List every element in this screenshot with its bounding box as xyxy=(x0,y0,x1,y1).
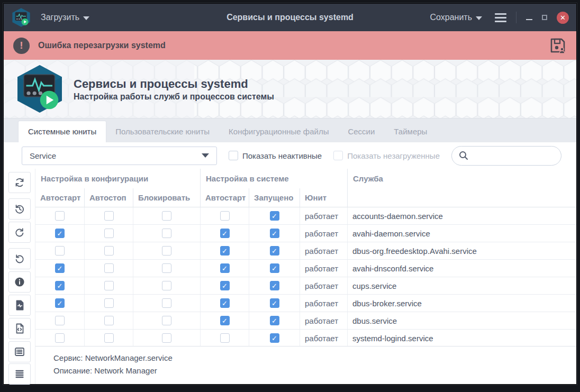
checkbox-autostart-config[interactable] xyxy=(55,298,65,308)
col-autostop[interactable]: Автостоп xyxy=(85,188,133,207)
table-row[interactable]: работает avahi-daemon.service xyxy=(35,225,576,242)
app-logo xyxy=(14,63,65,114)
unit-state: работает xyxy=(300,225,348,242)
unit-name: avahi-dnsconfd.service xyxy=(348,260,576,277)
search-input[interactable] xyxy=(472,151,556,160)
checkbox-autostop[interactable] xyxy=(104,211,114,221)
checkbox-autostop[interactable] xyxy=(104,316,114,325)
checkbox-block[interactable] xyxy=(162,229,171,238)
details-list-icon xyxy=(14,346,25,358)
table-group-header: Настройка в конфигурации Настройка в сис… xyxy=(35,169,576,188)
checkbox-icon xyxy=(333,151,343,160)
close-button[interactable]: ✕ xyxy=(557,12,569,24)
tab-timers[interactable]: Таймеры xyxy=(384,121,437,142)
checkbox-running[interactable] xyxy=(270,229,279,238)
menu-lines-icon xyxy=(14,368,25,380)
checkbox-autostop[interactable] xyxy=(104,246,114,256)
checkbox-autostart-system[interactable] xyxy=(220,211,230,221)
checkbox-block[interactable] xyxy=(162,263,171,273)
checkbox-running[interactable] xyxy=(270,298,279,308)
checkbox-autostart-system[interactable] xyxy=(220,246,230,256)
checkbox-autostart-config[interactable] xyxy=(55,263,65,273)
checkbox-autostart-config[interactable] xyxy=(55,246,65,256)
col-service-spacer xyxy=(348,188,576,207)
checkbox-running[interactable] xyxy=(270,281,279,290)
restore-button[interactable] xyxy=(542,15,547,20)
history-button[interactable] xyxy=(8,198,31,220)
table-row[interactable]: работает dbus.service xyxy=(35,312,576,330)
menu-button[interactable] xyxy=(495,13,506,22)
checkbox-autostart-config[interactable] xyxy=(55,229,65,238)
checkbox-autostart-config[interactable] xyxy=(55,211,65,221)
checkbox-running[interactable] xyxy=(270,333,279,343)
checkbox-autostart-system[interactable] xyxy=(220,333,230,343)
tab-config-files[interactable]: Конфигурационные файлы xyxy=(219,121,338,142)
checkbox-running[interactable] xyxy=(270,211,279,221)
checkbox-block[interactable] xyxy=(162,246,171,256)
search-icon xyxy=(458,150,469,161)
col-running[interactable]: Запущено xyxy=(249,188,300,207)
checkbox-autostop[interactable] xyxy=(104,281,114,290)
checkbox-autostart-config[interactable] xyxy=(55,333,65,343)
checkbox-autostop[interactable] xyxy=(104,298,114,308)
checkbox-block[interactable] xyxy=(162,333,171,343)
checkbox-autostart-system[interactable] xyxy=(220,316,230,325)
checkbox-autostart-system[interactable] xyxy=(220,263,230,273)
table-row[interactable]: работает dbus-broker.service xyxy=(35,295,576,312)
titlebar-separator xyxy=(516,12,516,23)
unit-type-dropdown[interactable]: Service xyxy=(22,147,217,165)
group-header-config: Настройка в конфигурации xyxy=(35,169,201,188)
checkbox-autostart-system[interactable] xyxy=(220,229,230,238)
history-icon xyxy=(14,203,25,215)
checkbox-running[interactable] xyxy=(270,246,279,256)
unit-type-value: Service xyxy=(30,151,56,160)
journal-button[interactable] xyxy=(8,295,31,316)
minimize-button[interactable] xyxy=(526,19,532,21)
undo-button[interactable] xyxy=(8,248,31,269)
checkbox-autostart-config[interactable] xyxy=(55,316,65,325)
checkbox-autostart-config[interactable] xyxy=(55,281,65,290)
tab-user-units[interactable]: Пользовательские юниты xyxy=(106,121,219,142)
config-file-button[interactable] xyxy=(8,318,31,339)
col-autostart-config[interactable]: Автостарт xyxy=(35,188,85,207)
info-button[interactable] xyxy=(8,271,31,293)
table-row[interactable]: работает systemd-logind.service xyxy=(35,330,576,346)
checkbox-autostop[interactable] xyxy=(104,229,114,238)
col-unit[interactable]: Юнит xyxy=(300,188,348,207)
status-description: Описание: Network Manager xyxy=(53,364,576,378)
checkbox-running[interactable] xyxy=(270,263,279,273)
search-box[interactable] xyxy=(451,146,561,166)
tab-system-units[interactable]: Системные юниты xyxy=(19,121,106,142)
col-block[interactable]: Блокировать xyxy=(133,188,201,207)
checkbox-autostart-system[interactable] xyxy=(220,298,230,308)
col-autostart-system[interactable]: Автостарт xyxy=(201,188,249,207)
error-banner: ! Ошибка перезагрузки systemd xyxy=(4,31,576,60)
unit-name: dbus-broker.service xyxy=(348,295,576,312)
tab-sessions[interactable]: Сессии xyxy=(338,121,384,142)
checkbox-autostart-system[interactable] xyxy=(220,281,230,290)
checkbox-block[interactable] xyxy=(162,211,171,221)
table-row[interactable]: работает dbus-org.freedesktop.Avahi.serv… xyxy=(35,242,576,260)
save-user-icon[interactable] xyxy=(549,37,567,54)
details-view-button[interactable] xyxy=(8,341,31,362)
table-row[interactable]: работает avahi-dnsconfd.service xyxy=(35,260,576,277)
load-button[interactable]: Загрузить xyxy=(41,13,89,22)
unit-state: работает xyxy=(300,330,348,346)
checkbox-block[interactable] xyxy=(162,316,171,325)
checkbox-autostop[interactable] xyxy=(104,333,114,343)
checkbox-block[interactable] xyxy=(162,281,171,290)
table-row[interactable]: работает cups.service xyxy=(35,277,576,295)
reload-unit-button[interactable] xyxy=(8,222,31,243)
checkbox-block[interactable] xyxy=(162,298,171,308)
error-icon: ! xyxy=(13,38,30,54)
chevron-down-icon xyxy=(83,16,89,20)
table-row[interactable]: работает accounts-daemon.service xyxy=(35,207,576,225)
toolbar xyxy=(4,169,35,384)
group-header-system: Настройка в системе xyxy=(201,169,348,188)
status-menu-button[interactable] xyxy=(8,363,31,385)
checkbox-running[interactable] xyxy=(270,316,279,325)
show-inactive-checkbox[interactable]: Показать неактивные xyxy=(229,151,322,160)
checkbox-autostop[interactable] xyxy=(104,263,114,273)
refresh-button[interactable] xyxy=(8,172,31,193)
save-button[interactable]: Сохранить xyxy=(430,13,482,22)
